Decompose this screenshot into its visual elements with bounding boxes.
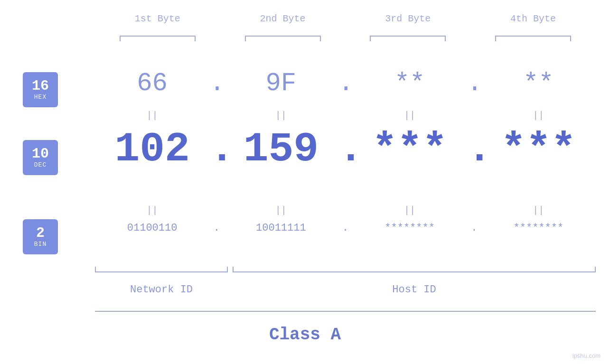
class-label: Class A — [0, 325, 610, 345]
byte-header-3: 3rd Byte — [346, 13, 471, 24]
hex-byte-2: 9F — [224, 69, 338, 98]
byte-header-4: 4th Byte — [470, 13, 596, 24]
bracket-byte-3 — [346, 36, 471, 41]
bracket-byte-1 — [95, 36, 220, 41]
equals-row-2: || || || || — [95, 205, 596, 216]
bin-badge-number: 2 — [36, 225, 45, 241]
hex-byte-4: ** — [481, 69, 596, 98]
dec-dot-3: . — [467, 126, 481, 173]
dec-badge: 10 DEC — [23, 140, 58, 175]
eq-1-byte-4: || — [481, 110, 596, 121]
hex-badge: 16 HEX — [23, 72, 58, 107]
dec-byte-1: 102 — [95, 126, 209, 173]
hex-byte-1: 66 — [95, 69, 209, 98]
hex-badge-label: HEX — [34, 94, 47, 101]
top-brackets — [95, 36, 596, 41]
bin-dot-2: . — [338, 222, 353, 234]
dec-byte-3: *** — [353, 126, 467, 173]
bracket-byte-2 — [220, 36, 346, 41]
bin-badge-label: BIN — [34, 241, 47, 248]
bin-byte-4: ******** — [481, 222, 596, 234]
byte-header-1: 1st Byte — [95, 13, 220, 24]
hex-byte-3: ** — [353, 69, 467, 98]
id-labels-row: Network ID Host ID — [95, 284, 596, 296]
eq-2-byte-4: || — [481, 205, 596, 216]
host-id-bracket — [233, 267, 596, 272]
hex-row: 66 . 9F . ** . ** — [95, 69, 596, 98]
dec-dot-2: . — [338, 126, 353, 173]
dec-badge-number: 10 — [32, 146, 49, 162]
class-bracket-line — [95, 311, 596, 312]
eq-1-byte-3: || — [353, 110, 467, 121]
dec-badge-label: DEC — [34, 162, 47, 168]
bin-dot-1: . — [209, 222, 224, 234]
bracket-line-2 — [245, 36, 321, 41]
dec-dot-1: . — [209, 126, 224, 173]
bin-byte-3: ******** — [353, 222, 467, 234]
hex-dot-3: . — [467, 69, 481, 98]
byte-headers-row: 1st Byte 2nd Byte 3rd Byte 4th Byte — [95, 13, 596, 24]
byte-header-2: 2nd Byte — [220, 13, 346, 24]
bin-dot-3: . — [467, 222, 481, 234]
bracket-line-1 — [120, 36, 196, 41]
bin-row: 01100110 . 10011111 . ******** . *******… — [95, 222, 596, 234]
dec-byte-4: *** — [481, 126, 596, 173]
watermark: ipshu.com — [572, 352, 601, 359]
bracket-byte-4 — [470, 36, 596, 41]
hex-dot-2: . — [338, 69, 353, 98]
network-id-label: Network ID — [95, 284, 228, 296]
bin-byte-1: 01100110 — [95, 222, 209, 234]
host-id-label: Host ID — [233, 284, 596, 296]
hex-badge-number: 16 — [32, 78, 49, 94]
eq-2-byte-2: || — [224, 205, 338, 216]
eq-2-byte-3: || — [353, 205, 467, 216]
bottom-brackets — [95, 267, 596, 272]
eq-1-byte-1: || — [95, 110, 209, 121]
bin-byte-2: 10011111 — [224, 222, 338, 234]
hex-dot-1: . — [209, 69, 224, 98]
dec-byte-2: 159 — [224, 126, 338, 173]
network-id-bracket — [95, 267, 228, 272]
bracket-line-4 — [495, 36, 571, 41]
bin-badge: 2 BIN — [23, 219, 58, 254]
equals-row-1: || || || || — [95, 110, 596, 121]
eq-2-byte-1: || — [95, 205, 209, 216]
dec-row: 102 . 159 . *** . *** — [95, 126, 596, 173]
bracket-line-3 — [370, 36, 446, 41]
page-container: 1st Byte 2nd Byte 3rd Byte 4th Byte 16 H… — [0, 0, 610, 364]
eq-1-byte-2: || — [224, 110, 338, 121]
